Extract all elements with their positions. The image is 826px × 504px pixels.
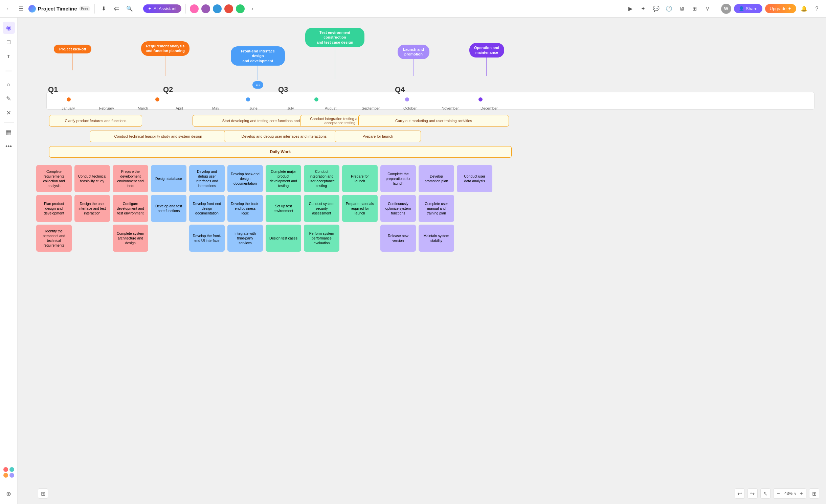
bell-icon[interactable]: 🔔 <box>799 4 809 14</box>
sticky-aug-3[interactable]: Perform system performance evaluation <box>304 225 339 252</box>
sticky-oct-3[interactable]: Release new version <box>380 225 416 252</box>
sticky-may-2[interactable]: Develop front-end design documentation <box>189 195 225 222</box>
share-button[interactable]: 👤 Share <box>734 4 762 13</box>
sidebar-icon-cross[interactable]: ✕ <box>3 107 15 119</box>
chevron-down-icon[interactable]: ∨ <box>702 4 713 14</box>
sticky-aug-1[interactable]: Conduct integration and user acceptance … <box>304 165 339 192</box>
sidebar-icon-add[interactable]: ⊕ <box>3 488 15 500</box>
upgrade-button[interactable]: Upgrade ✦ <box>765 4 796 13</box>
timeline-dot-launch <box>404 97 410 102</box>
sticky-may-3[interactable]: Develop the front-end UI interface <box>189 225 225 252</box>
sidebar-icon-dot[interactable]: ◉ <box>3 22 15 34</box>
sticky-mar-1[interactable]: Prepare the development environment and … <box>113 165 148 192</box>
color-orange[interactable] <box>3 473 8 478</box>
sidebar-icon-circle[interactable]: ○ <box>3 78 15 91</box>
collab-avatar-3[interactable] <box>213 4 222 13</box>
sticky-jun-3[interactable]: Integrate with third-party services <box>227 225 263 252</box>
sticky-jul-3[interactable]: Design test cases <box>266 225 301 252</box>
clock-icon[interactable]: 🕐 <box>664 4 674 14</box>
col-oct: Complete the preparations for launch Con… <box>380 165 416 252</box>
menu-button[interactable]: ☰ <box>16 4 26 14</box>
download-icon[interactable]: ⬇ <box>99 4 109 14</box>
zoom-out-button[interactable]: − <box>774 488 783 499</box>
app-title: Project Timeline <box>38 6 77 12</box>
sticky-apr-1[interactable]: Design database <box>151 165 186 192</box>
sticky-jul-2[interactable]: Set up test environment <box>266 195 301 222</box>
help-icon[interactable]: ? <box>812 4 822 14</box>
sticky-mar-2[interactable]: Configure development and test environme… <box>113 195 148 222</box>
col-jul: Complete major product development and t… <box>266 165 301 252</box>
month-nov: November <box>442 106 459 110</box>
milestone-frontend-dots: ••• <box>252 81 263 89</box>
monitor-icon[interactable]: 🖥 <box>677 4 687 14</box>
canvas-area[interactable]: Q1 Q2 Q3 Q4 January February March April… <box>18 18 826 504</box>
sticky-oct-1[interactable]: Complete the preparations for launch <box>380 165 416 192</box>
sticky-aug-2[interactable]: Conduct system security assessment <box>304 195 339 222</box>
sticky-dec-1[interactable]: Conduct user data analysis <box>457 165 492 192</box>
sticky-jan-2[interactable]: Plan product design and development <box>36 195 72 222</box>
divider-1 <box>94 4 95 14</box>
back-button[interactable]: ← <box>4 4 14 14</box>
sticky-jun-1[interactable]: Develop back-end design documentation <box>227 165 263 192</box>
sidebar-icon-line[interactable]: — <box>3 64 15 76</box>
app-logo: Project Timeline Free <box>28 5 90 13</box>
gantt-bar-clarify: Clarify product features and functions <box>49 115 142 127</box>
search-icon[interactable]: 🔍 <box>125 4 135 14</box>
zoom-in-button[interactable]: + <box>797 488 806 499</box>
share-label: Share <box>746 6 758 11</box>
chat-icon[interactable]: 💬 <box>651 4 661 14</box>
collab-avatar-5[interactable] <box>236 4 245 13</box>
sticky-jan-1[interactable]: Complete requirements collection and ana… <box>36 165 72 192</box>
tag-icon[interactable]: 🏷 <box>112 4 122 14</box>
sticky-jul-1[interactable]: Complete major product development and t… <box>266 165 301 192</box>
undo-button[interactable]: ↩ <box>735 488 745 499</box>
sticky-sep-2[interactable]: Prepare materials required for launch <box>342 195 378 222</box>
sticky-sep-1[interactable]: Prepare for launch <box>342 165 378 192</box>
collab-avatar-2[interactable] <box>201 4 210 13</box>
play-icon[interactable]: ▶ <box>625 4 635 14</box>
sticky-apr-2[interactable]: Develop and test core functions <box>151 195 186 222</box>
layout-icon[interactable]: ⊞ <box>690 4 700 14</box>
sticky-nov-2[interactable]: Complete user manual and training plan <box>419 195 454 222</box>
cursor-tool[interactable]: ↖ <box>760 488 771 499</box>
sidebar-icon-grid[interactable]: ▦ <box>3 126 15 138</box>
redo-button[interactable]: ↪ <box>747 488 758 499</box>
milestone-ops-label: Operation andmaintenance <box>469 43 504 58</box>
zoom-control: − 43% ∨ + <box>773 488 806 499</box>
timeline-wrapper: Q1 Q2 Q3 Q4 January February March April… <box>36 85 821 252</box>
zoom-dropdown-icon[interactable]: ∨ <box>794 491 797 496</box>
sidebar-icon-text[interactable]: T <box>3 50 15 62</box>
star-icon[interactable]: ✦ <box>638 4 648 14</box>
sticky-mar-3[interactable]: Complete system architecture and design <box>113 225 148 252</box>
chevron-icon[interactable]: ‹ <box>247 4 258 14</box>
sticky-feb-1[interactable]: Conduct technical feasibility study <box>74 165 110 192</box>
milestone-req: Requirement analysisand function plannin… <box>141 41 189 76</box>
collab-avatar-1[interactable] <box>190 4 199 13</box>
sticky-jan-3[interactable]: Identify the personnel and technical req… <box>36 225 72 252</box>
collab-avatar-4[interactable] <box>224 4 233 13</box>
milestone-test: Test environment constructionand test ca… <box>305 28 364 79</box>
sticky-feb-2[interactable]: Design the user interface and test inter… <box>74 195 110 222</box>
map-view-button[interactable]: ⊞ <box>809 488 819 499</box>
user-avatar[interactable]: W <box>721 4 731 14</box>
color-teal[interactable] <box>9 467 14 472</box>
sticky-notes-grid: Complete requirements collection and ana… <box>36 165 821 252</box>
sidebar-icon-pen[interactable]: ✎ <box>3 93 15 105</box>
month-may: May <box>212 106 219 110</box>
color-purple[interactable] <box>9 473 14 478</box>
color-red[interactable] <box>3 467 8 472</box>
col-dec: Conduct user data analysis <box>457 165 492 252</box>
zoom-value[interactable]: 43% <box>783 491 794 496</box>
ai-assistant-button[interactable]: ✦ AI Assistant <box>143 4 181 13</box>
sticky-nov-3[interactable]: Maintain system stability <box>419 225 454 252</box>
sticky-jun-2[interactable]: Develop the back-end business logic <box>227 195 263 222</box>
sidebar-icon-rect[interactable]: □ <box>3 36 15 48</box>
month-sep: September <box>362 106 380 110</box>
gantt-rows: Clarify product features and functions S… <box>36 115 821 160</box>
quarter-q2: Q2 <box>163 85 173 94</box>
sticky-nov-1[interactable]: Develop promotion plan <box>419 165 454 192</box>
sticky-oct-2[interactable]: Continuously optimize system functions <box>380 195 416 222</box>
sidebar-icon-more[interactable]: ••• <box>3 140 15 153</box>
layers-icon[interactable]: ⊞ <box>38 488 48 499</box>
sticky-may-1[interactable]: Develop and debug user interfaces and in… <box>189 165 225 192</box>
